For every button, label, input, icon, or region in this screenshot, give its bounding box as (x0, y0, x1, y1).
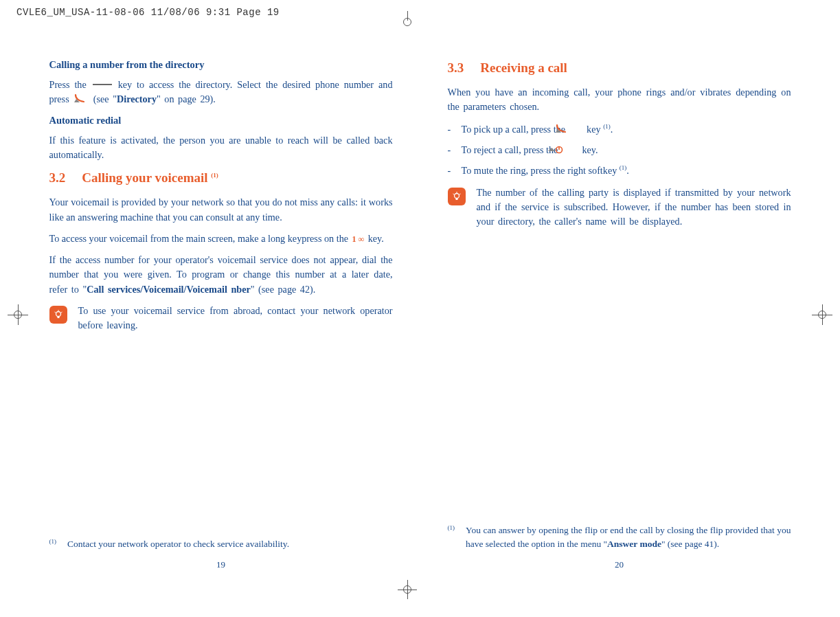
svg-rect-11 (455, 199, 457, 200)
page-left: Calling a number from the directory Pres… (49, 52, 393, 574)
svg-line-10 (459, 194, 461, 194)
footnote-text: You can answer by opening the flip or en… (466, 524, 791, 552)
svg-line-3 (61, 312, 63, 313)
paragraph-incoming: When you have an incoming call, your pho… (448, 85, 791, 115)
paragraph-redial: If this feature is activated, the person… (49, 133, 393, 163)
svg-point-7 (454, 193, 459, 198)
lightbulb-icon (49, 306, 67, 324)
paragraph-voicemail-access: To access your voicemail from the main s… (49, 232, 393, 246)
lightbulb-icon (448, 188, 466, 205)
svg-line-9 (453, 194, 454, 194)
page-right: 3.3Receiving a call When you have an inc… (448, 52, 791, 574)
end-key-icon (562, 143, 578, 159)
section-heading-3-3: 3.3Receiving a call (448, 60, 791, 76)
page-number-right: 20 (448, 559, 791, 570)
footnote-left: (1) Contact your network operator to che… (49, 537, 393, 551)
tip-caller-id: The number of the calling party is displ… (448, 186, 791, 229)
page-spread: Calling a number from the directory Pres… (0, 25, 840, 588)
footnote-text: Contact your network operator to check s… (67, 537, 393, 551)
list-item-reject: To reject a call, press the key. (448, 142, 791, 159)
tip-text: To use your voicemail service from abroa… (78, 304, 393, 333)
list-item-mute: To mute the ring, press the right softke… (448, 163, 791, 179)
tip-text: The number of the calling party is displ… (477, 186, 791, 229)
paragraph-voicemail-intro: Your voicemail is provided by your netwo… (49, 195, 393, 225)
svg-rect-4 (57, 317, 59, 318)
footnote-right: (1) You can answer by opening the flip o… (448, 524, 791, 552)
paragraph-voicemail-program: If the access number for your operator's… (49, 253, 393, 297)
call-key-icon (569, 122, 583, 138)
section-number: 3.2 (49, 170, 66, 185)
one-voicemail-key-icon: 1 ∞ (352, 233, 365, 245)
footnote-number: (1) (49, 537, 57, 547)
svg-point-0 (56, 312, 60, 317)
call-actions-list: To pick up a call, press the key (1). To… (448, 122, 791, 179)
list-item-pickup: To pick up a call, press the key (1). (448, 122, 791, 138)
subheading-directory: Calling a number from the directory (49, 59, 393, 71)
page-number-left: 19 (49, 559, 393, 570)
tip-voicemail-abroad: To use your voicemail service from abroa… (49, 304, 393, 333)
crop-mark-bottom (394, 583, 421, 603)
section-number: 3.3 (448, 60, 464, 75)
paragraph-directory: Press the key to access the directory. S… (49, 78, 393, 108)
section-heading-3-2: 3.2Calling your voicemail (1) (49, 170, 393, 186)
right-softkey-icon (93, 84, 112, 85)
crop-mark-left (5, 302, 30, 327)
crop-mark-top (394, 11, 421, 25)
footnote-number: (1) (448, 524, 455, 533)
crop-mark-right (810, 302, 835, 327)
svg-line-2 (54, 312, 56, 313)
subheading-redial: Automatic redial (49, 115, 393, 126)
call-key-icon (74, 93, 88, 107)
